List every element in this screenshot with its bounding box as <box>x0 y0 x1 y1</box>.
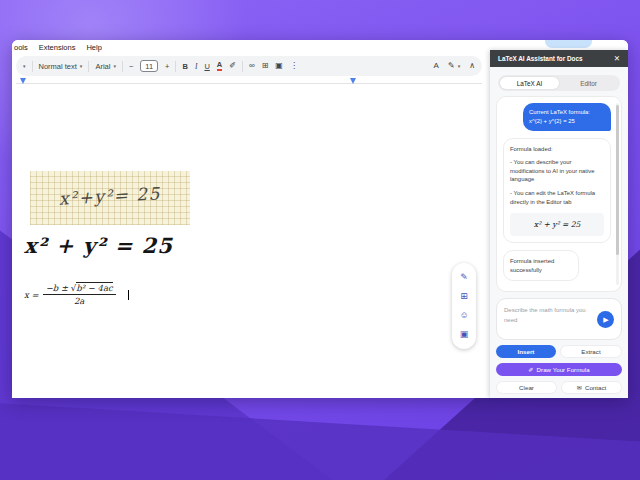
contact-icon: ✉ <box>577 384 582 391</box>
bold-button[interactable]: B <box>182 62 187 71</box>
chevron-down-icon: ▾ <box>80 63 83 69</box>
formula-input[interactable] <box>504 306 594 334</box>
menu-tools[interactable]: ools <box>14 43 28 52</box>
formula-input-card: ▶ <box>496 298 622 340</box>
ruler <box>16 83 482 84</box>
pencil-icon: ✐ <box>528 366 533 373</box>
assistant-bullet: - You can edit the LaTeX formula directl… <box>510 189 604 206</box>
assistant-message-bubble: Formula loaded: - You can describe your … <box>503 138 611 243</box>
more-options-icon[interactable]: ⋮ <box>290 62 298 70</box>
send-icon: ▶ <box>603 316 608 323</box>
tab-latex-ai[interactable]: LaTeX AI <box>500 77 559 89</box>
inserted-equation: x² + y² = 25 <box>24 233 173 258</box>
pen-icon: ✎ <box>448 62 455 70</box>
toolbar-divider <box>88 61 89 72</box>
user-message-bubble: Current LaTeX formula: x^{2} + y^{2} = 2… <box>523 103 611 131</box>
text-cursor <box>128 290 129 300</box>
menu-help[interactable]: Help <box>86 43 101 52</box>
toolbar-divider <box>122 61 123 72</box>
insert-image-icon[interactable]: ▣ <box>275 62 283 70</box>
emoji-reaction-icon[interactable]: ☺ <box>459 311 468 320</box>
help-me-write-icon[interactable]: ✎ <box>460 273 468 282</box>
latex-assistant-sidebar: LaTeX AI Assistant for Docs ✕ LaTeX AI E… <box>490 50 628 398</box>
quadratic-lhs: x = <box>24 290 39 300</box>
chevron-down-icon: ▾ <box>113 63 116 69</box>
spellcheck-icon[interactable]: A <box>434 62 439 70</box>
chat-scrollbar-thumb[interactable] <box>616 105 619 255</box>
toolbar-divider <box>242 61 243 72</box>
formula-preview: x² + y² = 25 <box>510 213 604 236</box>
chevron-down-icon: ▾ <box>458 63 461 69</box>
document-page[interactable]: x²+y²= 25 x² + y² = 25 x = −b ± √b² − 4a… <box>12 85 490 398</box>
font-dropdown[interactable]: Arial ▾ <box>95 62 116 71</box>
indent-marker-left[interactable] <box>20 78 26 84</box>
font-size-decrease-button[interactable]: − <box>129 62 133 71</box>
menu-extensions[interactable]: Extensions <box>39 43 76 52</box>
contact-button[interactable]: ✉ Contact <box>561 381 622 394</box>
close-icon[interactable]: ✕ <box>614 54 620 63</box>
toolbar-divider <box>32 61 33 72</box>
send-button[interactable]: ▶ <box>597 311 614 328</box>
share-button-partial[interactable] <box>545 40 592 48</box>
assistant-heading: Formula loaded: <box>510 145 604 154</box>
margin-quick-actions: ✎ ⊞ ☺ ▣ <box>452 263 476 349</box>
insert-button[interactable]: Insert <box>496 345 556 358</box>
underline-button[interactable]: U <box>204 62 209 71</box>
status-message-bubble: Formula inserted successfully <box>503 250 579 281</box>
editing-mode-dropdown[interactable]: ✎ ▾ <box>448 62 460 70</box>
sidebar-header: LaTeX AI Assistant for Docs ✕ <box>490 50 628 67</box>
suggest-edits-icon[interactable]: ▣ <box>460 330 469 339</box>
font-size-increase-button[interactable]: + <box>165 62 169 71</box>
handwritten-formula-image[interactable]: x²+y²= 25 <box>30 171 190 225</box>
toolbar-divider <box>175 61 176 72</box>
add-comment-icon[interactable]: ⊞ <box>460 292 468 301</box>
chat-area: Current LaTeX formula: x^{2} + y^{2} = 2… <box>496 96 622 292</box>
insert-link-icon[interactable]: ∞ <box>249 62 255 70</box>
toolbar: ▾ Normal text ▾ Arial ▾ − 11 + B I U A ✐… <box>16 56 482 76</box>
tab-editor[interactable]: Editor <box>559 77 618 89</box>
assistant-bullet: - You can describe your modifications to… <box>510 158 604 184</box>
sidebar-title: LaTeX AI Assistant for Docs <box>498 55 583 62</box>
indent-marker-right[interactable] <box>350 78 356 84</box>
extract-button[interactable]: Extract <box>560 345 622 358</box>
handwritten-formula-text: x²+y²= 25 <box>59 183 162 208</box>
zoom-dropdown-caret[interactable]: ▾ <box>23 63 26 69</box>
quadratic-formula: x = −b ± √b² − 4ac 2a <box>24 283 129 306</box>
add-comment-icon[interactable]: ⊞ <box>262 62 269 70</box>
highlight-color-icon[interactable]: ✐ <box>229 62 236 70</box>
paragraph-style-dropdown[interactable]: Normal text ▾ <box>39 62 83 71</box>
draw-your-formula-button[interactable]: ✐ Draw Your Formula <box>496 363 622 376</box>
font-size-input[interactable]: 11 <box>140 60 158 72</box>
hide-menus-icon[interactable]: ∧ <box>469 62 475 70</box>
clear-button[interactable]: Clear <box>496 381 557 394</box>
docs-window: ools Extensions Help ▾ Normal text ▾ Ari… <box>12 40 628 398</box>
italic-button[interactable]: I <box>195 62 198 71</box>
text-color-button[interactable]: A <box>217 61 222 71</box>
quadratic-fraction: −b ± √b² − 4ac 2a <box>43 283 116 306</box>
sidebar-tabs: LaTeX AI Editor <box>498 75 620 91</box>
